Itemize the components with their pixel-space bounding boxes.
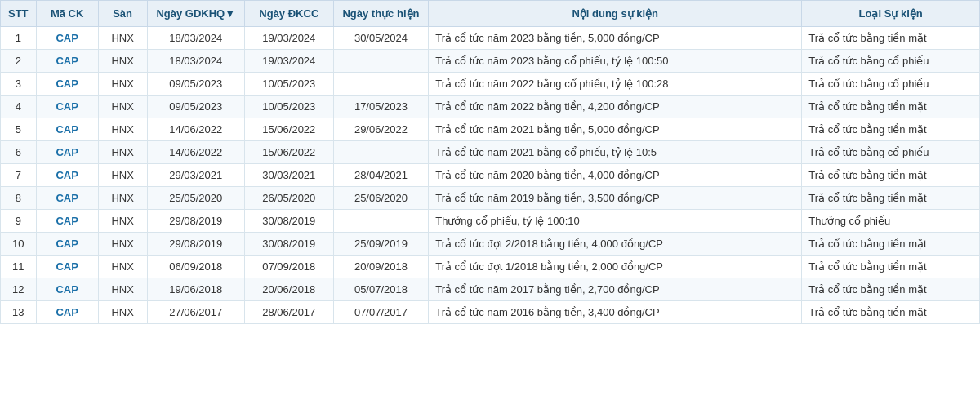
table-cell: HNX bbox=[98, 164, 147, 187]
table-cell: Thưởng cổ phiếu bbox=[802, 210, 980, 233]
table-cell: HNX bbox=[98, 96, 147, 118]
table-cell: 25/09/2019 bbox=[333, 233, 428, 256]
table-cell: 13 bbox=[1, 301, 37, 324]
table-row: 4CAPHNX09/05/202310/05/202317/05/2023Trả… bbox=[1, 96, 980, 118]
table-cell[interactable]: CAP bbox=[36, 118, 98, 141]
table-cell: Trả cổ tức năm 2022 bằng tiền, 4,200 đồn… bbox=[429, 96, 802, 118]
table-cell: Trả cổ tức bằng tiền mặt bbox=[802, 96, 980, 118]
table-cell: 18/03/2024 bbox=[147, 50, 244, 73]
table-cell: 28/06/2017 bbox=[244, 301, 333, 324]
table-cell: Trả cổ tức năm 2021 bằng cổ phiếu, tỷ lệ… bbox=[429, 141, 802, 164]
table-cell: 12 bbox=[1, 278, 37, 301]
table-cell: 8 bbox=[1, 187, 37, 210]
table-cell: HNX bbox=[98, 50, 147, 73]
table-cell: 19/03/2024 bbox=[244, 27, 333, 50]
table-row: 10CAPHNX29/08/201930/08/201925/09/2019Tr… bbox=[1, 233, 980, 256]
table-cell: 7 bbox=[1, 164, 37, 187]
table-row: 8CAPHNX25/05/202026/05/202025/06/2020Trả… bbox=[1, 187, 980, 210]
table-cell[interactable]: CAP bbox=[36, 187, 98, 210]
table-cell: Trả cổ tức bằng cổ phiếu bbox=[802, 141, 980, 164]
table-cell: 29/06/2022 bbox=[333, 118, 428, 141]
table-cell: Trả cổ tức năm 2017 bằng tiền, 2,700 đồn… bbox=[429, 278, 802, 301]
table-cell: 09/05/2023 bbox=[147, 73, 244, 96]
header-ngay-thuc-hien: Ngày thực hiện bbox=[333, 1, 428, 27]
table-cell: Trả cổ tức năm 2020 bằng tiền, 4,000 đồn… bbox=[429, 164, 802, 187]
table-cell: Trả cổ tức năm 2023 bằng cổ phiếu, tỷ lệ… bbox=[429, 50, 802, 73]
table-cell[interactable]: CAP bbox=[36, 96, 98, 118]
table-cell: 29/08/2019 bbox=[147, 210, 244, 233]
table-cell: HNX bbox=[98, 233, 147, 256]
table-cell: HNX bbox=[98, 278, 147, 301]
table-cell: HNX bbox=[98, 187, 147, 210]
table-cell: 26/05/2020 bbox=[244, 187, 333, 210]
table-cell: Trả cổ tức bằng tiền mặt bbox=[802, 164, 980, 187]
table-cell: HNX bbox=[98, 210, 147, 233]
table-cell: 25/05/2020 bbox=[147, 187, 244, 210]
table-cell: 29/03/2021 bbox=[147, 164, 244, 187]
table-cell[interactable]: CAP bbox=[36, 50, 98, 73]
table-cell: 20/06/2018 bbox=[244, 278, 333, 301]
table-cell: 29/08/2019 bbox=[147, 233, 244, 256]
table-cell: Trả cổ tức bằng tiền mặt bbox=[802, 301, 980, 324]
table-cell bbox=[333, 73, 428, 96]
table-cell[interactable]: CAP bbox=[36, 278, 98, 301]
table-cell: HNX bbox=[98, 27, 147, 50]
table-cell: 1 bbox=[1, 27, 37, 50]
table-cell: Trả cổ tức năm 2016 bằng tiền, 3,400 đồn… bbox=[429, 301, 802, 324]
table-cell[interactable]: CAP bbox=[36, 256, 98, 278]
events-table: STT Mã CK Sàn Ngày GDKHQ▼ Ngày ĐKCC Ngày… bbox=[0, 0, 980, 324]
table-row: 1CAPHNX18/03/202419/03/202430/05/2024Trả… bbox=[1, 27, 980, 50]
table-cell bbox=[333, 210, 428, 233]
table-cell: 10 bbox=[1, 233, 37, 256]
table-cell: 06/09/2018 bbox=[147, 256, 244, 278]
table-row: 12CAPHNX19/06/201820/06/201805/07/2018Tr… bbox=[1, 278, 980, 301]
table-cell bbox=[333, 50, 428, 73]
table-cell: Trả cổ tức năm 2019 bằng tiền, 3,500 đồn… bbox=[429, 187, 802, 210]
table-cell: 07/09/2018 bbox=[244, 256, 333, 278]
table-cell[interactable]: CAP bbox=[36, 73, 98, 96]
table-cell: Trả cổ tức đợt 1/2018 bằng tiền, 2,000 đ… bbox=[429, 256, 802, 278]
table-cell: Trả cổ tức bằng tiền mặt bbox=[802, 27, 980, 50]
table-cell: HNX bbox=[98, 141, 147, 164]
table-cell bbox=[333, 141, 428, 164]
table-cell: 15/06/2022 bbox=[244, 141, 333, 164]
table-cell: 15/06/2022 bbox=[244, 118, 333, 141]
table-cell: 09/05/2023 bbox=[147, 96, 244, 118]
table-cell[interactable]: CAP bbox=[36, 210, 98, 233]
table-row: 2CAPHNX18/03/202419/03/2024Trả cổ tức nă… bbox=[1, 50, 980, 73]
header-noi-dung: Nội dung sự kiện bbox=[429, 1, 802, 27]
table-cell: 30/03/2021 bbox=[244, 164, 333, 187]
main-container: STT Mã CK Sàn Ngày GDKHQ▼ Ngày ĐKCC Ngày… bbox=[0, 0, 980, 324]
table-cell: HNX bbox=[98, 118, 147, 141]
table-header-row: STT Mã CK Sàn Ngày GDKHQ▼ Ngày ĐKCC Ngày… bbox=[1, 1, 980, 27]
table-cell: Trả cổ tức bằng tiền mặt bbox=[802, 187, 980, 210]
table-cell: 3 bbox=[1, 73, 37, 96]
table-cell: 30/05/2024 bbox=[333, 27, 428, 50]
table-cell[interactable]: CAP bbox=[36, 233, 98, 256]
table-cell[interactable]: CAP bbox=[36, 141, 98, 164]
header-san: Sàn bbox=[98, 1, 147, 27]
table-row: 3CAPHNX09/05/202310/05/2023Trả cổ tức nă… bbox=[1, 73, 980, 96]
table-cell: 17/05/2023 bbox=[333, 96, 428, 118]
table-cell[interactable]: CAP bbox=[36, 164, 98, 187]
header-loai-su-kien: Loại Sự kiện bbox=[802, 1, 980, 27]
table-cell: 05/07/2018 bbox=[333, 278, 428, 301]
table-cell: Trả cổ tức bằng cổ phiếu bbox=[802, 50, 980, 73]
table-cell[interactable]: CAP bbox=[36, 27, 98, 50]
table-cell: 07/07/2017 bbox=[333, 301, 428, 324]
table-cell: HNX bbox=[98, 73, 147, 96]
table-cell: 10/05/2023 bbox=[244, 96, 333, 118]
table-row: 5CAPHNX14/06/202215/06/202229/06/2022Trả… bbox=[1, 118, 980, 141]
table-cell: HNX bbox=[98, 301, 147, 324]
table-cell: Trả cổ tức đợt 2/2018 bằng tiền, 4,000 đ… bbox=[429, 233, 802, 256]
header-ngay-gdkhq[interactable]: Ngày GDKHQ▼ bbox=[147, 1, 244, 27]
table-cell[interactable]: CAP bbox=[36, 301, 98, 324]
table-cell: Trả cổ tức bằng tiền mặt bbox=[802, 233, 980, 256]
table-cell: Trả cổ tức bằng tiền mặt bbox=[802, 256, 980, 278]
table-cell: 25/06/2020 bbox=[333, 187, 428, 210]
table-cell: 11 bbox=[1, 256, 37, 278]
table-row: 11CAPHNX06/09/201807/09/201820/09/2018Tr… bbox=[1, 256, 980, 278]
table-cell: Trả cổ tức năm 2021 bằng tiền, 5,000 đồn… bbox=[429, 118, 802, 141]
table-cell: Trả cổ tức bằng cổ phiếu bbox=[802, 73, 980, 96]
table-cell: 18/03/2024 bbox=[147, 27, 244, 50]
